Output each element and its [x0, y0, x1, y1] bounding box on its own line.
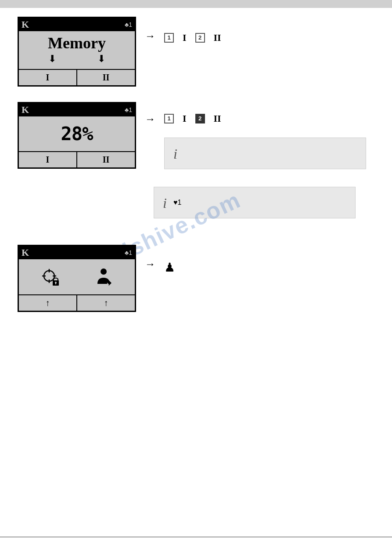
lcd-logo-1: K	[22, 20, 29, 29]
lcd-memory-text: Memory	[48, 35, 106, 52]
lcd-user-indicator-2: ♣1	[125, 106, 132, 113]
lcd-arrow-down-left: ⬇	[48, 53, 56, 65]
info-box-1: i	[164, 138, 366, 169]
step-indicators-1: 1 I 2 II	[164, 32, 221, 44]
arrow-right-2: →	[145, 113, 155, 125]
section-percent: K ♣1 28% I II → 1 I 2 II i	[18, 102, 374, 178]
svg-point-8	[101, 268, 107, 275]
lcd-header-1: K ♣1	[19, 18, 135, 31]
step-badge-2: 2	[195, 33, 205, 43]
lcd-logo-2: K	[22, 105, 29, 115]
lcd-display-3: K ♣1	[18, 245, 136, 312]
arrow-right-1: →	[145, 30, 155, 42]
step-roman-II-2: II	[214, 113, 221, 124]
lcd-footer-2: I II	[19, 151, 135, 167]
lcd-body-1: Memory ⬇ ⬇	[19, 31, 135, 69]
bottom-bar	[0, 537, 392, 537]
lcd-percent-text: 28%	[61, 123, 93, 145]
lcd-crosshair-lock	[40, 267, 60, 287]
info-text-2: ♥1	[173, 197, 181, 208]
lcd-user-indicator-3: ♣1	[125, 249, 132, 256]
svg-rect-7	[55, 283, 56, 284]
lcd-person-edit	[94, 267, 113, 287]
lcd-btn-1-II[interactable]: II	[77, 70, 135, 85]
section-icons: K ♣1	[18, 245, 374, 312]
lcd-icons-body	[19, 259, 135, 294]
lcd-body-2: 28%	[19, 116, 135, 151]
crosshair-lock-icon	[40, 267, 60, 287]
person-indicator-icon: ♟	[164, 260, 175, 275]
arrow-right-3: →	[145, 258, 155, 270]
step-roman-I-1: I	[183, 32, 187, 44]
step-badge-4-active: 2	[195, 114, 205, 123]
lcd-header-2: K ♣1	[19, 103, 135, 116]
step-badge-3: 1	[164, 114, 174, 123]
lcd-btn-2-I[interactable]: I	[19, 152, 77, 167]
lcd-btn-3-up-left[interactable]: ↑	[19, 295, 77, 311]
step-indicators-2: 1 I 2 II	[164, 113, 366, 124]
lcd-user-indicator-1: ♣1	[125, 21, 132, 28]
lcd-footer-3: ↑ ↑	[19, 294, 135, 311]
lcd-btn-3-up-right[interactable]: ↑	[77, 295, 135, 311]
lcd-header-3: K ♣1	[19, 246, 135, 259]
person-edit-icon	[94, 267, 113, 287]
lcd-logo-3: K	[22, 248, 29, 258]
section-memory: K ♣1 Memory ⬇ ⬇ I II → 1 I 2 II	[18, 17, 374, 87]
lcd-display-1: K ♣1 Memory ⬇ ⬇ I II	[18, 17, 136, 87]
info-icon-1: i	[173, 147, 177, 161]
top-bar	[0, 0, 392, 8]
step-roman-II-1: II	[214, 32, 221, 44]
lcd-btn-2-II[interactable]: II	[77, 152, 135, 167]
info-box-2: i ♥1	[154, 187, 356, 218]
section2-right: 1 I 2 II i	[164, 102, 366, 178]
info-icon-2: i	[163, 196, 167, 210]
step-roman-I-2: I	[183, 113, 187, 124]
lcd-arrows-row-1: ⬇ ⬇	[23, 52, 130, 65]
lcd-arrow-down-right: ⬇	[97, 53, 105, 65]
step-badge-1: 1	[164, 33, 174, 43]
section3-right: ♟	[164, 260, 175, 275]
lcd-footer-1: I II	[19, 69, 135, 85]
info-box-2-container: i ♥1	[154, 182, 374, 227]
lcd-btn-1-I[interactable]: I	[19, 70, 77, 85]
lcd-display-2: K ♣1 28% I II	[18, 102, 136, 169]
